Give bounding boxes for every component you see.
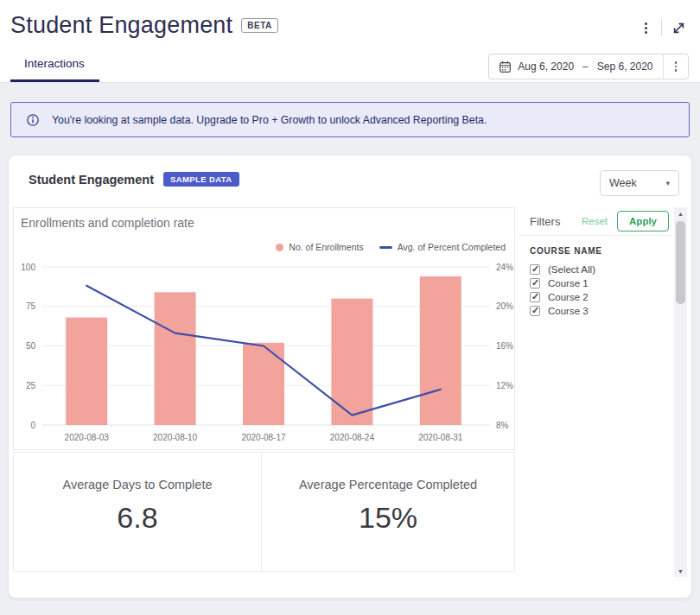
filter-option-course-2[interactable]: Course 2 xyxy=(530,290,659,304)
svg-text:25: 25 xyxy=(26,381,36,390)
stat-card-percentage-completed: Average Percentage Completed 15% xyxy=(261,452,515,572)
card-scrollbar[interactable]: ▲ ▼ xyxy=(674,207,687,577)
engagement-chart: 02550751008%12%16%20%24%2020-08-032020-0… xyxy=(14,256,516,451)
period-select-value: Week xyxy=(609,177,637,189)
scroll-down-icon[interactable]: ▼ xyxy=(674,565,687,577)
page-header: Student Engagement BETA Interactions xyxy=(0,0,700,83)
engagement-card: Student Engagement SAMPLE DATA Week ▾ En… xyxy=(9,155,691,598)
apply-button[interactable]: Apply xyxy=(617,211,669,231)
stat-value: 15% xyxy=(359,501,417,535)
svg-text:24%: 24% xyxy=(496,263,513,272)
beta-badge: BETA xyxy=(241,18,277,33)
page-title: Student Engagement xyxy=(10,12,232,39)
tab-interactions[interactable]: Interactions xyxy=(24,57,85,70)
svg-text:12%: 12% xyxy=(496,381,513,390)
svg-text:0: 0 xyxy=(30,421,35,430)
date-range-end: Sep 6, 2020 xyxy=(597,60,653,73)
option-label: Course 3 xyxy=(548,306,589,316)
filter-option-course-3[interactable]: Course 3 xyxy=(530,304,659,318)
date-range-start: Aug 6, 2020 xyxy=(518,60,574,73)
header-divider xyxy=(661,19,662,36)
calendar-icon xyxy=(499,60,512,73)
filter-option-course-1[interactable]: Course 1 xyxy=(530,276,659,290)
date-range-kebab-icon[interactable] xyxy=(663,54,689,79)
sample-data-banner: You're looking at sample data. Upgrade t… xyxy=(10,102,690,137)
svg-text:2020-08-24: 2020-08-24 xyxy=(330,433,375,442)
svg-text:50: 50 xyxy=(26,341,36,351)
chart-legend: No. of Enrollments Avg. of Percent Compl… xyxy=(276,242,506,252)
enrollments-dot-icon xyxy=(276,244,283,251)
svg-text:100: 100 xyxy=(21,263,35,272)
stat-cards-row: Average Days to Complete 6.8 Average Per… xyxy=(13,452,515,572)
scroll-up-icon[interactable]: ▲ xyxy=(674,207,687,219)
legend-percent-completed: Avg. of Percent Completed xyxy=(379,242,506,252)
svg-text:75: 75 xyxy=(26,301,36,311)
date-range-separator: – xyxy=(580,60,591,73)
period-select[interactable]: Week ▾ xyxy=(600,170,679,196)
svg-text:16%: 16% xyxy=(496,341,513,351)
filters-panel: Filters Reset Apply COURSE NAME (Select … xyxy=(519,207,671,577)
chevron-down-icon: ▾ xyxy=(665,179,670,187)
svg-text:2020-08-10: 2020-08-10 xyxy=(153,433,198,442)
legend-enrollments-label: No. of Enrollments xyxy=(289,242,363,252)
sample-data-badge: SAMPLE DATA xyxy=(163,172,239,187)
legend-percent-label: Avg. of Percent Completed xyxy=(398,242,506,252)
stat-card-days-to-complete: Average Days to Complete 6.8 xyxy=(13,452,262,572)
option-label: Course 2 xyxy=(548,292,589,302)
svg-text:2020-08-17: 2020-08-17 xyxy=(241,433,286,442)
checkbox-icon[interactable] xyxy=(530,292,540,302)
chart-panel: Enrollments and completion rate No. of E… xyxy=(13,207,515,450)
option-label: Course 1 xyxy=(548,278,589,288)
svg-text:2020-08-31: 2020-08-31 xyxy=(418,433,463,442)
checkbox-icon[interactable] xyxy=(530,264,540,275)
percent-line-icon xyxy=(379,246,392,249)
reset-button[interactable]: Reset xyxy=(582,216,608,226)
student-engagement-page: Student Engagement BETA Interactions xyxy=(0,0,700,615)
filter-option-select-all[interactable]: (Select All) xyxy=(530,263,659,276)
chart-title: Enrollments and completion rate xyxy=(21,216,194,230)
card-title: Student Engagement xyxy=(29,173,154,187)
info-icon xyxy=(26,113,40,127)
checkbox-icon[interactable] xyxy=(530,306,540,316)
tab-active-underline xyxy=(10,79,99,82)
course-filter-list: (Select All) Course 1 Course 2 Course 3 xyxy=(530,263,659,318)
stat-label: Average Days to Complete xyxy=(62,478,212,491)
checkbox-icon[interactable] xyxy=(530,278,540,288)
page-kebab-menu-icon[interactable] xyxy=(640,20,652,36)
svg-text:20%: 20% xyxy=(496,301,513,311)
date-range-group: Aug 6, 2020 – Sep 6, 2020 xyxy=(488,54,689,79)
legend-enrollments: No. of Enrollments xyxy=(276,242,363,252)
banner-text: You're looking at sample data. Upgrade t… xyxy=(52,114,487,126)
date-range-button[interactable]: Aug 6, 2020 – Sep 6, 2020 xyxy=(489,54,662,79)
stat-label: Average Percentage Completed xyxy=(299,478,477,491)
filters-title: Filters xyxy=(530,215,582,228)
svg-text:8%: 8% xyxy=(496,421,509,430)
option-label: (Select All) xyxy=(548,264,595,275)
stat-value: 6.8 xyxy=(117,501,157,535)
scrollbar-thumb[interactable] xyxy=(676,221,685,304)
expand-icon[interactable] xyxy=(671,21,686,35)
svg-text:2020-08-03: 2020-08-03 xyxy=(65,433,110,442)
course-name-group-label: COURSE NAME xyxy=(530,246,659,256)
